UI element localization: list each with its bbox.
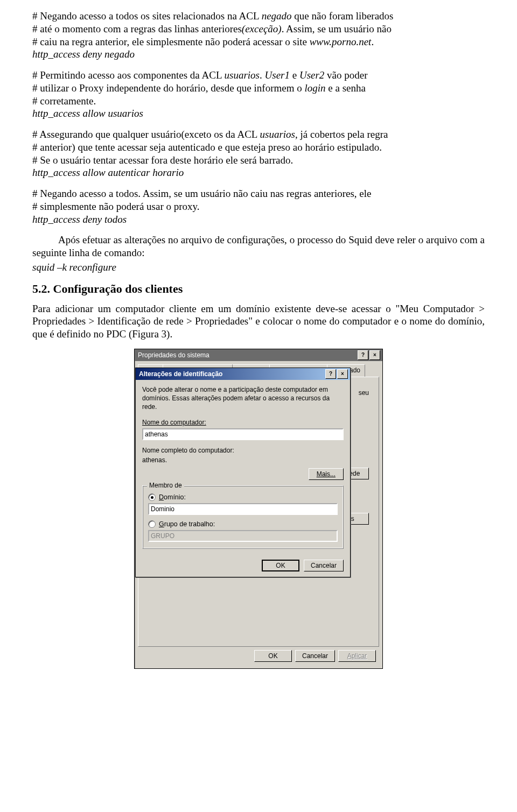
text: # Assegurando que qualquer usuário(excet…: [32, 129, 260, 140]
code-line: squid –k reconfigure: [32, 261, 485, 274]
document-page: # Negando acesso a todos os sites relaci…: [0, 0, 517, 674]
radio-workgroup-label: Grupo de trabalho:: [159, 520, 215, 528]
paragraph: Após efetuar as alterações no arquivo de…: [32, 234, 485, 259]
cancel-button-outer[interactable]: Cancelar: [295, 650, 335, 662]
workgroup-input: [148, 530, 338, 542]
help-icon[interactable]: ?: [358, 350, 368, 360]
ok-button[interactable]: OK: [262, 560, 299, 571]
text-italic: login: [304, 82, 325, 94]
text: que não foram liberados: [292, 10, 394, 22]
full-name-value: athenas.: [142, 456, 344, 464]
close-icon[interactable]: ×: [369, 350, 380, 360]
text: . Assim, se um usuário não: [282, 23, 392, 34]
text: # utilizar o Proxy independente do horár…: [32, 82, 304, 94]
text: # anterior) que tente acessar seja auten…: [32, 141, 485, 154]
text-italic: negado: [262, 10, 292, 22]
text: .: [371, 36, 374, 47]
radio-domain[interactable]: [148, 493, 156, 501]
text-italic: (exceção): [242, 23, 282, 34]
text: , já cobertos pela regra: [295, 129, 388, 140]
text: # Se o usuário tentar acessar fora deste…: [32, 154, 485, 167]
code-line: http_access allow autenticar horario: [32, 166, 485, 179]
text: .: [260, 69, 265, 81]
system-properties-dialog: Propriedades do sistema ? × Geral Identi…: [134, 349, 383, 669]
paragraph: # Negando acesso a todos os sites relaci…: [32, 10, 485, 61]
radio-workgroup-row[interactable]: Grupo de trabalho:: [148, 520, 338, 528]
screenshot-figure: Propriedades do sistema ? × Geral Identi…: [32, 349, 485, 669]
text-italic: User2: [299, 69, 324, 81]
close-icon[interactable]: ×: [337, 369, 348, 379]
text-italic: usuarios: [225, 69, 260, 81]
code-line: http_access deny negado: [32, 48, 485, 61]
text-italic: usuarios: [260, 129, 295, 140]
radio-workgroup[interactable]: [148, 520, 156, 528]
code-line: http_access deny todos: [32, 213, 485, 226]
section-heading: 5.2. Configuração dos clientes: [32, 282, 485, 296]
more-button[interactable]: Mais...: [309, 468, 344, 480]
window-title: Alterações de identificação: [139, 368, 222, 380]
help-icon[interactable]: ?: [325, 369, 336, 379]
label-full-name: Nome completo do computador:: [142, 447, 344, 454]
domain-input[interactable]: [148, 503, 338, 515]
dialog-description: Você pode alterar o nome e a participaçã…: [142, 385, 344, 412]
text: e a senha: [326, 82, 366, 94]
radio-domain-row[interactable]: Domínio:: [148, 493, 338, 501]
window-title: Propriedades do sistema: [138, 349, 209, 361]
member-of-group: Membro de Domínio: Grupo de trabalho:: [142, 485, 344, 549]
text: vão poder: [324, 69, 367, 81]
tab-body: seu la rede les Alterações de identifica…: [138, 377, 379, 647]
text: # caiu na regra anterior, ele simplesmen…: [32, 36, 310, 47]
identity-changes-dialog: Alterações de identificação ? × Você pod…: [135, 368, 351, 578]
ok-button-outer[interactable]: OK: [254, 650, 292, 662]
text: # corretamente.: [32, 95, 485, 108]
computer-name-input[interactable]: [142, 428, 344, 440]
code-line: http_access allow usuarios: [32, 107, 485, 120]
group-legend: Membro de: [147, 482, 184, 489]
paragraph: # Negando acesso a todos. Assim, se um u…: [32, 187, 485, 225]
apply-button-outer: Aplicar: [338, 650, 376, 662]
text: # até o momento com a regras das linhas …: [32, 23, 242, 34]
titlebar-outer[interactable]: Propriedades do sistema ? ×: [135, 349, 382, 361]
text: # Permitindo acesso aos componentes da A…: [32, 69, 225, 81]
radio-domain-label: Domínio:: [159, 493, 186, 501]
paragraph: # Assegurando que qualquer usuário(excet…: [32, 128, 485, 179]
paragraph: # Permitindo acesso aos componentes da A…: [32, 69, 485, 120]
text-italic: www.porno.net: [310, 36, 372, 47]
text: # Negando acesso a todos os sites relaci…: [32, 10, 262, 22]
text-italic: User1: [265, 69, 290, 81]
obscured-text: seu: [359, 389, 369, 397]
text: # Negando acesso a todos. Assim, se um u…: [32, 187, 485, 200]
cancel-button[interactable]: Cancelar: [304, 560, 344, 571]
label-computer-name: Nome do computador:: [142, 419, 344, 426]
text: # simplesmente não poderá usar o proxy.: [32, 200, 485, 213]
text: e: [290, 69, 299, 81]
paragraph: Para adicionar um computador cliente em …: [32, 302, 485, 341]
text: Após efetuar as alterações no arquivo de…: [32, 234, 485, 259]
titlebar-inner[interactable]: Alterações de identificação ? ×: [136, 368, 350, 380]
